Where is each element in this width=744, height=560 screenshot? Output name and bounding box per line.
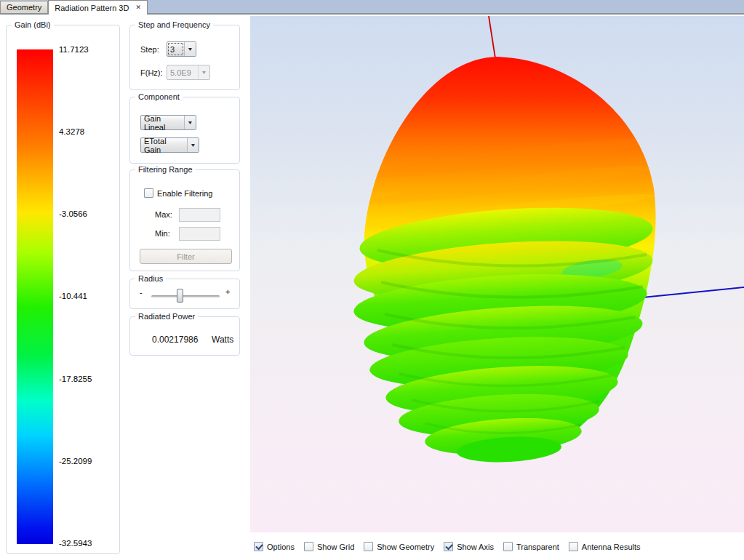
colorbar-tick: -25.2099 xyxy=(59,457,116,466)
min-input[interactable] xyxy=(179,227,220,241)
filter-button[interactable]: Filter xyxy=(140,249,232,264)
show-axis-checkbox-box[interactable] xyxy=(444,542,453,551)
enable-filtering-label: Enable Filtering xyxy=(157,189,212,198)
show-geometry-checkbox-label: Show Geometry xyxy=(377,543,434,551)
checkbox-transparent[interactable]: Transparent xyxy=(503,542,559,551)
enable-filtering-checkbox[interactable]: Enable Filtering xyxy=(144,188,212,198)
radius-plus-label[interactable]: + xyxy=(225,287,230,296)
antenna-results-checkbox-label: Antenna Results xyxy=(582,543,641,551)
component-title: Component xyxy=(135,92,183,101)
tab-geometry-label: Geometry xyxy=(7,3,41,12)
options-checkbox-box[interactable] xyxy=(254,542,263,551)
checkbox-options[interactable]: Options xyxy=(254,542,295,551)
radiation-pattern-3d-canvas[interactable] xyxy=(250,16,744,532)
max-label: Max: xyxy=(155,210,172,219)
checkbox-antenna-results[interactable]: Antenna Results xyxy=(569,542,641,551)
gain-legend-title: Gain (dBi) xyxy=(12,20,54,29)
component-field-value: ETotal Gain xyxy=(141,138,187,152)
frequency-dropdown-value: 5.0E9 xyxy=(167,65,198,79)
colorbar-tick: 4.3278 xyxy=(59,127,116,137)
filter-button-label: Filter xyxy=(177,252,194,261)
chevron-down-icon[interactable] xyxy=(187,138,199,152)
tab-geometry[interactable]: Geometry xyxy=(0,1,48,13)
z-axis-line xyxy=(489,16,495,58)
antenna-results-checkbox-box[interactable] xyxy=(569,542,578,551)
view-options-row: Options Show Grid Show Geometry Show Axi… xyxy=(254,542,641,551)
chevron-down-icon[interactable] xyxy=(184,42,196,56)
app-window: Geometry Radiation Pattern 3D Gain (dBi)… xyxy=(0,0,744,560)
tab-radiation-pattern-3d[interactable]: Radiation Pattern 3D xyxy=(48,0,148,15)
step-frequency-group: Step and Frequency Step: 3 F(Hz): 5.0E9 xyxy=(129,25,240,90)
colorbar-tick: 11.7123 xyxy=(59,45,116,55)
radiated-power-group: Radiated Power 0.00217986 Watts xyxy=(129,316,240,356)
radius-slider-track[interactable] xyxy=(151,295,220,297)
chevron-down-icon xyxy=(198,65,209,79)
checkbox-show-grid[interactable]: Show Grid xyxy=(304,542,354,551)
show-grid-checkbox-label: Show Grid xyxy=(317,543,354,551)
tab-bar: Geometry Radiation Pattern 3D xyxy=(0,0,744,15)
show-grid-checkbox-box[interactable] xyxy=(304,542,313,551)
show-axis-checkbox-label: Show Axis xyxy=(457,543,494,551)
tab-close-icon[interactable] xyxy=(135,4,141,11)
transparent-checkbox-label: Transparent xyxy=(516,543,559,551)
frequency-label: F(Hz): xyxy=(140,68,163,77)
gain-colorbar xyxy=(17,49,53,544)
tab-radiation-pattern-3d-label: Radiation Pattern 3D xyxy=(55,4,129,12)
filtering-range-group: Filtering Range Enable Filtering Max: Mi… xyxy=(129,169,240,271)
checkbox-show-geometry[interactable]: Show Geometry xyxy=(364,542,434,551)
max-input[interactable] xyxy=(179,208,220,222)
radiation-pattern-3d-viewport[interactable] xyxy=(250,16,744,532)
radiated-power-title: Radiated Power xyxy=(135,312,198,321)
component-group: Component Gain Lineal ETotal Gain xyxy=(129,97,240,164)
frequency-dropdown[interactable]: 5.0E9 xyxy=(167,65,210,80)
colorbar-tick: -10.441 xyxy=(59,292,116,301)
gain-legend-group: Gain (dBi) 11.7123 4.3278 -3.0566 -10.44… xyxy=(6,25,120,554)
radiated-power-value: 0.00217986 xyxy=(152,335,198,345)
component-field-dropdown[interactable]: ETotal Gain xyxy=(140,137,199,153)
chevron-down-icon[interactable] xyxy=(184,116,196,129)
radius-group: Radius - + xyxy=(129,279,240,309)
radiation-pattern-surface xyxy=(352,57,656,465)
radius-minus-label[interactable]: - xyxy=(140,288,143,297)
step-dropdown[interactable]: 3 xyxy=(167,41,196,57)
checkbox-show-axis[interactable]: Show Axis xyxy=(444,542,494,551)
min-label: Min: xyxy=(155,229,170,238)
colorbar-tick: -32.5943 xyxy=(59,539,116,548)
filtering-range-title: Filtering Range xyxy=(135,165,196,174)
colorbar-tick: -3.0566 xyxy=(59,209,116,219)
component-type-dropdown[interactable]: Gain Lineal xyxy=(140,115,196,130)
radius-title: Radius xyxy=(135,274,166,283)
radius-slider-handle[interactable] xyxy=(177,289,183,303)
colorbar-tick: -17.8255 xyxy=(59,375,116,384)
component-type-value: Gain Lineal xyxy=(141,116,184,129)
view-options-bar: Options Show Grid Show Geometry Show Axi… xyxy=(250,532,744,560)
options-checkbox-label: Options xyxy=(267,543,295,551)
enable-filtering-checkbox-box[interactable] xyxy=(144,188,153,198)
step-frequency-title: Step and Frequency xyxy=(135,20,213,29)
step-label: Step: xyxy=(140,45,159,54)
gain-colorbar-ticks: 11.7123 4.3278 -3.0566 -10.441 -17.8255 … xyxy=(59,45,116,548)
radiated-power-unit: Watts xyxy=(212,335,233,345)
transparent-checkbox-box[interactable] xyxy=(503,542,513,551)
step-dropdown-value: 3 xyxy=(167,42,184,56)
show-geometry-checkbox-box[interactable] xyxy=(364,542,373,551)
